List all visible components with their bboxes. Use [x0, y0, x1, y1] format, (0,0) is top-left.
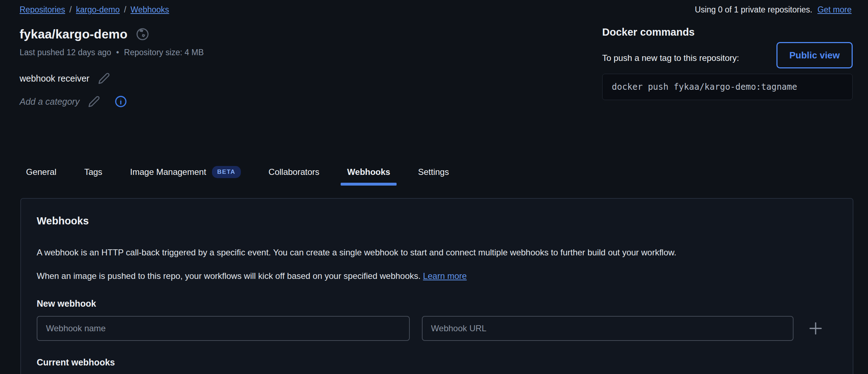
tab-tags-label: Tags — [84, 167, 102, 177]
category-info-icon[interactable] — [114, 94, 128, 109]
tab-settings[interactable]: Settings — [412, 164, 455, 180]
tab-image-management-label: Image Management — [130, 167, 206, 177]
edit-category-pencil-icon[interactable] — [87, 95, 101, 108]
webhook-name-input[interactable] — [37, 316, 410, 341]
repo-description: webhook receiver — [20, 73, 89, 84]
tab-webhooks[interactable]: Webhooks — [341, 164, 397, 180]
webhooks-card-heading: Webhooks — [37, 215, 837, 227]
breadcrumb-repositories-link[interactable]: Repositories — [20, 5, 65, 15]
tab-webhooks-label: Webhooks — [347, 167, 390, 177]
repo-header: fykaa/kargo-demo Last pushed 12 days ago… — [20, 26, 554, 109]
globe-public-icon — [135, 26, 150, 42]
edit-description-pencil-icon[interactable] — [97, 72, 111, 85]
tab-general-label: General — [26, 167, 56, 177]
new-webhook-form — [37, 316, 837, 341]
tab-settings-label: Settings — [418, 167, 449, 177]
webhooks-description-2: When an image is pushed to this repo, yo… — [37, 270, 837, 282]
tab-image-management[interactable]: Image Management BETA — [124, 163, 247, 181]
learn-more-link[interactable]: Learn more — [423, 271, 467, 281]
get-more-link[interactable]: Get more — [817, 5, 852, 14]
tab-collaborators-label: Collaborators — [269, 167, 320, 177]
plus-icon — [808, 321, 823, 336]
breadcrumb-separator: / — [124, 5, 126, 15]
beta-badge: BETA — [212, 166, 241, 178]
active-tab-indicator — [341, 183, 397, 186]
current-webhooks-heading: Current webhooks — [37, 357, 837, 368]
public-view-button[interactable]: Public view — [776, 42, 853, 68]
last-pushed-text: Last pushed 12 days ago — [20, 48, 111, 57]
tab-tags[interactable]: Tags — [78, 164, 109, 180]
docker-push-command-text: docker push fykaa/kargo-demo:tagname — [612, 82, 797, 92]
new-webhook-heading: New webhook — [37, 298, 837, 309]
breadcrumb-separator: / — [69, 5, 72, 15]
webhooks-description-1: A webhook is an HTTP call-back triggered… — [37, 247, 837, 258]
webhook-url-input[interactable] — [422, 316, 794, 341]
usage-text: Using 0 of 1 private repositories. — [695, 5, 812, 14]
webhooks-card: Webhooks A webhook is an HTTP call-back … — [20, 198, 853, 374]
add-webhook-button[interactable] — [794, 316, 837, 341]
webhooks-description-2-text: When an image is pushed to this repo, yo… — [37, 271, 420, 281]
repo-size-text: Repository size: 4 MB — [124, 48, 204, 57]
breadcrumb-webhooks-link[interactable]: Webhooks — [130, 5, 169, 15]
breadcrumb: Repositories / kargo-demo / Webhooks — [20, 5, 169, 15]
meta-separator: • — [116, 48, 119, 57]
private-repo-usage: Using 0 of 1 private repositories. Get m… — [695, 5, 852, 15]
repo-tab-bar: General Tags Image Management BETA Colla… — [20, 163, 470, 181]
add-category-text[interactable]: Add a category — [20, 97, 79, 107]
tab-general[interactable]: General — [20, 164, 63, 180]
repo-title: fykaa/kargo-demo — [20, 27, 128, 41]
top-bar: Repositories / kargo-demo / Webhooks Usi… — [20, 5, 852, 15]
tab-collaborators[interactable]: Collaborators — [262, 164, 326, 180]
docker-commands-heading: Docker commands — [602, 26, 853, 38]
docker-commands-panel: Docker commands Public view To push a ne… — [602, 26, 853, 100]
docker-push-command-code: docker push fykaa/kargo-demo:tagname — [602, 74, 853, 100]
breadcrumb-repo-link[interactable]: kargo-demo — [76, 5, 120, 15]
